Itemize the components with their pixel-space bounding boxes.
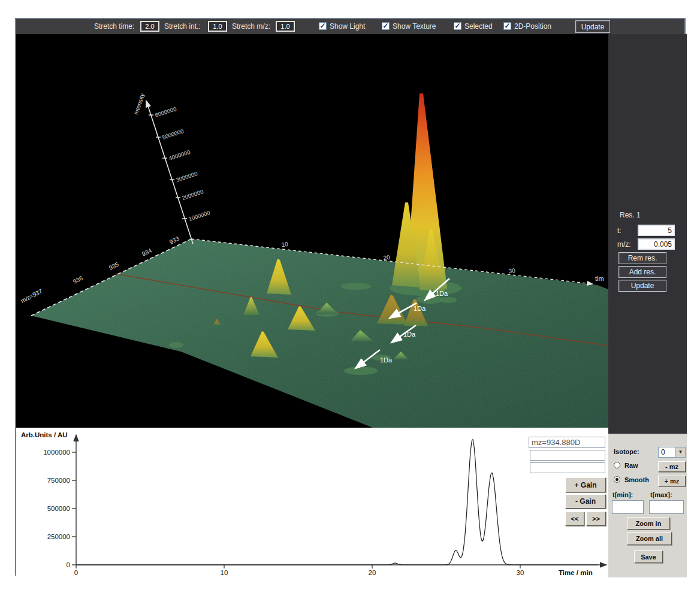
- app-window: Stretch time: Stretch int.: Stretch m/z:…: [15, 18, 686, 576]
- smooth-radio[interactable]: [614, 476, 620, 483]
- mz-readout-field[interactable]: mz=934.880D: [529, 437, 605, 448]
- control-panel: Isotope: 0 ▼ Raw - mz Smooth + mz t[min]…: [608, 434, 687, 577]
- res-title: Res. 1: [620, 211, 641, 219]
- dropdown-arrow-icon[interactable]: ▼: [675, 447, 685, 457]
- readout-field-2[interactable]: [530, 450, 605, 461]
- svg-text:0: 0: [67, 561, 70, 568]
- svg-text:30: 30: [508, 267, 516, 274]
- add-res-button[interactable]: Add res.: [618, 266, 666, 278]
- plot-3d-viewport[interactable]: 1000000200000030000004000000500000060000…: [16, 34, 608, 428]
- svg-text:250000: 250000: [47, 533, 70, 540]
- svg-text:0: 0: [74, 569, 78, 576]
- stretch-time-label: Stretch time:: [94, 22, 134, 31]
- stretch-int-input[interactable]: [208, 21, 227, 32]
- rem-res-button[interactable]: Rem res.: [618, 252, 666, 264]
- update-res-button[interactable]: Update: [618, 280, 666, 292]
- svg-text:20: 20: [383, 254, 391, 261]
- svg-text:10: 10: [221, 569, 228, 576]
- show-light-label: Show Light: [330, 22, 365, 31]
- svg-text:10: 10: [281, 241, 289, 248]
- res-mz-label: m/z:: [617, 240, 631, 249]
- minus-mz-button[interactable]: - mz: [658, 461, 686, 472]
- res-mz-field[interactable]: 0.005: [638, 238, 675, 250]
- stretch-mz-label: Stretch m/z:: [232, 22, 270, 31]
- stretch-mz-input[interactable]: [276, 21, 295, 32]
- update-view-button[interactable]: Update: [575, 20, 610, 33]
- tmax-input[interactable]: [649, 500, 684, 514]
- raw-radio-label: Raw: [624, 462, 638, 469]
- plus-mz-button[interactable]: + mz: [658, 476, 686, 486]
- isotope-dropdown[interactable]: 0 ▼: [658, 447, 686, 458]
- svg-text:1Da: 1Da: [414, 305, 426, 312]
- selected-label: Selected: [464, 22, 493, 31]
- scroll-back-button[interactable]: <<: [565, 512, 584, 526]
- svg-text:750000: 750000: [47, 477, 70, 484]
- stretch-int-label: Stretch int.:: [164, 22, 201, 31]
- svg-text:Arb.Units / AU: Arb.Units / AU: [21, 431, 68, 438]
- svg-text:1000000: 1000000: [43, 449, 70, 456]
- show-texture-checkbox[interactable]: ✓: [382, 22, 390, 30]
- res-t-label: t:: [617, 226, 621, 235]
- gain-minus-button[interactable]: - Gain: [565, 494, 606, 509]
- isotope-value: 0: [661, 448, 665, 456]
- raw-radio[interactable]: [614, 462, 620, 468]
- toolbar-3d: Stretch time: Stretch int.: Stretch m/z:…: [16, 19, 684, 34]
- 2d-position-checkbox[interactable]: ✓: [503, 22, 511, 30]
- readout-field-3[interactable]: [530, 462, 605, 473]
- chromatogram-panel: 025000050000075000010000000102030Arb.Uni…: [16, 428, 608, 577]
- stretch-time-input[interactable]: [140, 21, 159, 32]
- svg-text:500000: 500000: [47, 505, 70, 512]
- smooth-radio-label: Smooth: [624, 476, 649, 483]
- svg-text:1Da: 1Da: [436, 290, 448, 297]
- zoom-in-button[interactable]: Zoom in: [627, 517, 670, 530]
- tmin-input[interactable]: [612, 500, 644, 514]
- isotope-label: Isotope:: [614, 448, 639, 455]
- tmax-label: t[max]:: [650, 491, 672, 498]
- scroll-forward-button[interactable]: >>: [586, 512, 606, 526]
- chromatogram-canvas: 025000050000075000010000000102030Arb.Uni…: [16, 428, 608, 577]
- residue-panel: Res. 1 t: 5 m/z: 0.005 Rem res. Add res.…: [608, 34, 687, 434]
- selected-checkbox[interactable]: ✓: [454, 22, 461, 30]
- svg-text:Time / min: Time / min: [559, 569, 593, 576]
- zoom-all-button[interactable]: Zoom all: [627, 532, 672, 545]
- plot-3d-canvas: 1000000200000030000004000000500000060000…: [16, 34, 608, 428]
- res-t-field[interactable]: 5: [638, 225, 675, 236]
- 2d-position-label: 2D-Position: [514, 22, 551, 31]
- save-button[interactable]: Save: [634, 550, 663, 563]
- show-texture-label: Show Texture: [393, 22, 436, 31]
- svg-text:1Da: 1Da: [403, 331, 416, 338]
- svg-text:20: 20: [369, 569, 376, 576]
- show-light-checkbox[interactable]: ✓: [319, 22, 327, 30]
- svg-text:tim: tim: [595, 275, 604, 282]
- gain-plus-button[interactable]: + Gain: [565, 477, 606, 492]
- tmin-label: t[min]:: [612, 491, 633, 498]
- svg-text:30: 30: [517, 569, 524, 576]
- svg-text:1Da: 1Da: [380, 356, 393, 364]
